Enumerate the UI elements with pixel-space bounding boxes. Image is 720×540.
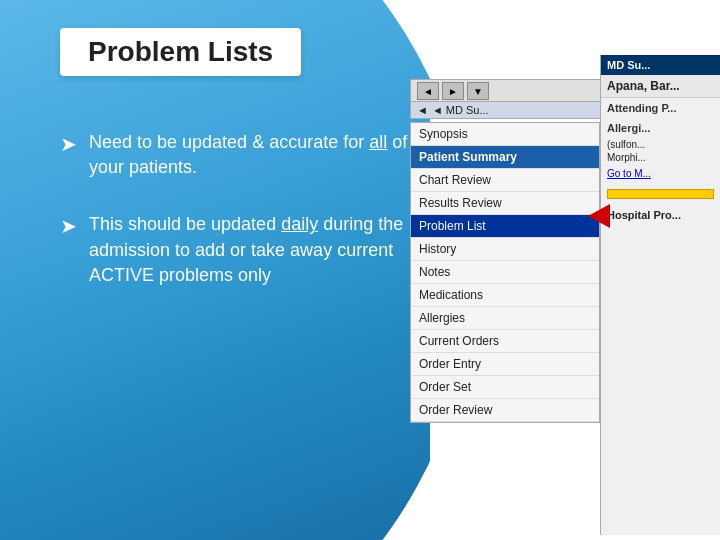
right-panel: MD Summary ◄ ► ▼ ◄ ◄ MD Su... Synopsis P… — [410, 55, 720, 535]
attending-label: Attending P... — [601, 98, 720, 118]
patient-panel: MD Su... Apana, Bar... Attending P... Al… — [600, 55, 720, 535]
menu-item-order-set[interactable]: Order Set — [411, 376, 599, 399]
menu-item-allergies[interactable]: Allergies — [411, 307, 599, 330]
goto-link[interactable]: Go to M... — [601, 164, 720, 183]
allergy-label: Allergi... — [601, 118, 720, 138]
underline-all: all — [369, 132, 387, 152]
menu-item-medications[interactable]: Medications — [411, 284, 599, 307]
menu-item-notes[interactable]: Notes — [411, 261, 599, 284]
menu-item-order-entry[interactable]: Order Entry — [411, 353, 599, 376]
menu-list: Synopsis Patient Summary Chart Review Re… — [410, 122, 600, 423]
menu-item-history[interactable]: History — [411, 238, 599, 261]
slide-title: Problem Lists — [88, 36, 273, 68]
menu-item-current-orders[interactable]: Current Orders — [411, 330, 599, 353]
menu-item-order-review[interactable]: Order Review — [411, 399, 599, 422]
back-nav-bar: ◄ ◄ MD Su... — [410, 101, 620, 119]
underline-daily: daily — [281, 214, 318, 234]
bullet-arrow-2: ➤ — [60, 214, 77, 238]
yellow-button[interactable] — [607, 189, 714, 199]
title-box: Problem Lists — [60, 28, 301, 76]
bullet-text-2: This should be updated daily during the … — [89, 212, 420, 288]
menu-item-problem-list[interactable]: Problem List — [411, 215, 599, 238]
bullet-text-1: Need to be updated & accurate for all of… — [89, 130, 420, 180]
back-icon[interactable]: ◄ — [417, 104, 428, 116]
slide-container: Problem Lists ➤ Need to be updated & acc… — [0, 0, 720, 540]
hospital-pro: Hospital Pro... — [601, 205, 720, 225]
patient-panel-header: MD Su... — [601, 55, 720, 75]
menu-item-results-review[interactable]: Results Review — [411, 192, 599, 215]
bullet-arrow-1: ➤ — [60, 132, 77, 156]
bullets-section: ➤ Need to be updated & accurate for all … — [60, 130, 420, 320]
patient-name: Apana, Bar... — [601, 75, 720, 98]
dropdown-button[interactable]: ▼ — [467, 82, 489, 100]
red-arrow-indicator — [588, 204, 610, 228]
nav-bar: ◄ ► ▼ — [410, 79, 610, 103]
menu-item-chart-review[interactable]: Chart Review — [411, 169, 599, 192]
menu-item-patient-summary[interactable]: Patient Summary — [411, 146, 599, 169]
allergy-item-2: Morphi... — [601, 151, 720, 164]
allergy-item-1: (sulfon... — [601, 138, 720, 151]
back-label: ◄ MD Su... — [432, 104, 489, 116]
back-button[interactable]: ◄ — [417, 82, 439, 100]
forward-button[interactable]: ► — [442, 82, 464, 100]
menu-item-synopsis[interactable]: Synopsis — [411, 123, 599, 146]
bullet-item-2: ➤ This should be updated daily during th… — [60, 212, 420, 288]
bullet-item-1: ➤ Need to be updated & accurate for all … — [60, 130, 420, 180]
